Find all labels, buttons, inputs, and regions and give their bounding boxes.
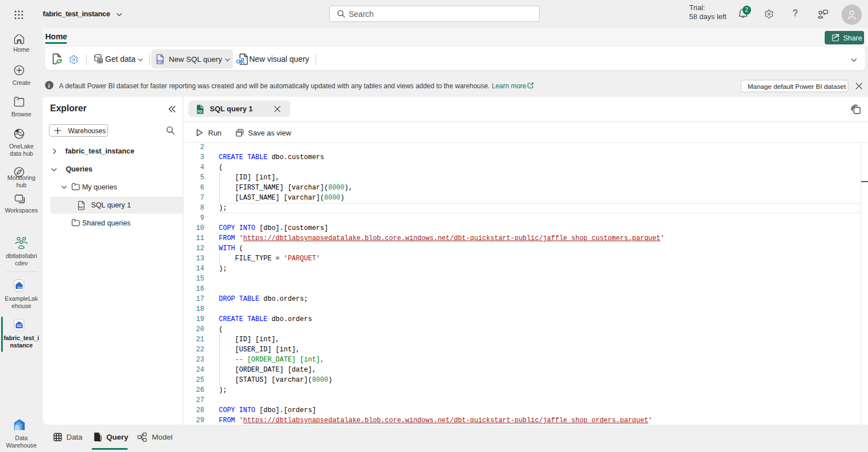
svg-text:SQL: SQL: [79, 206, 84, 209]
svg-text:SQL: SQL: [158, 60, 164, 63]
svg-text:SQL: SQL: [197, 110, 203, 113]
